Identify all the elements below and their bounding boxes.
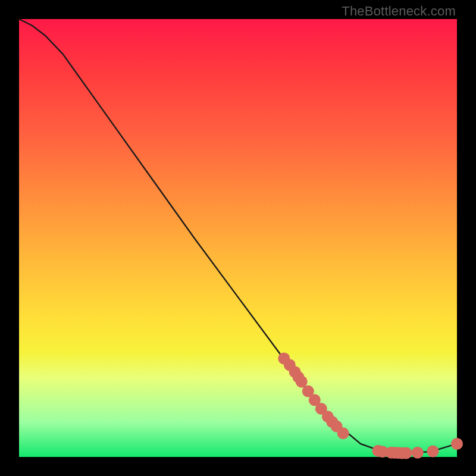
data-marker — [451, 438, 463, 450]
bottleneck-curve — [19, 19, 457, 453]
data-marker — [412, 447, 424, 459]
data-marker — [400, 447, 412, 459]
data-marker — [296, 375, 308, 387]
data-markers — [278, 352, 463, 459]
chart-container: TheBottleneck.com — [0, 0, 476, 476]
attribution-label: TheBottleneck.com — [342, 4, 456, 19]
chart-overlay — [19, 19, 457, 457]
data-marker — [337, 427, 349, 439]
data-marker — [427, 445, 439, 457]
